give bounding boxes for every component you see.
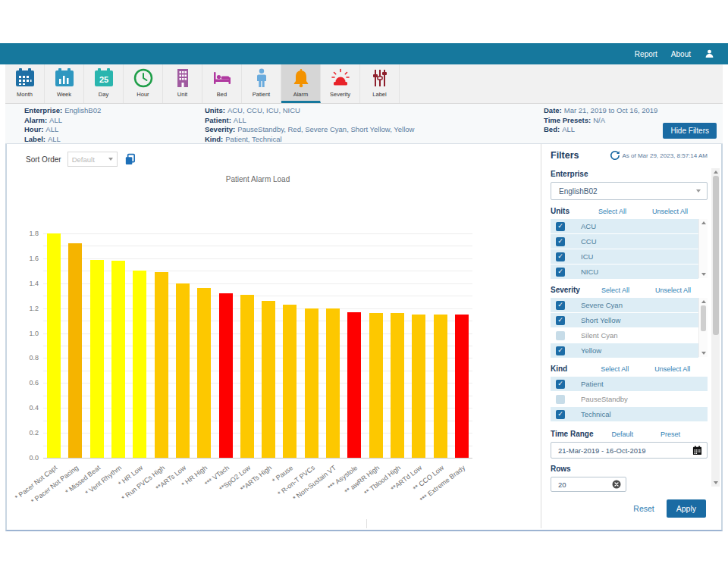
time-range-value: 21-Mar-2019 - 16-Oct-2019	[558, 446, 692, 455]
bar-pacer-not-capt[interactable]	[47, 233, 61, 458]
checkbox-row-technical[interactable]: Technical	[551, 407, 708, 421]
gridline	[43, 346, 472, 346]
checkbox-row-icu[interactable]: ICU	[551, 249, 698, 264]
checkbox-checked-icon[interactable]	[556, 316, 565, 325]
tab-patient[interactable]: Patient	[242, 64, 281, 103]
tab-label[interactable]: Label	[360, 64, 400, 103]
checkbox-unchecked-icon[interactable]	[556, 395, 565, 404]
bar-artd-low[interactable]	[412, 315, 425, 458]
units-select-all-link[interactable]: Select All	[598, 208, 626, 215]
scrollbar-thumb[interactable]	[701, 305, 706, 331]
checkbox-checked-icon[interactable]	[556, 410, 565, 419]
checkbox-row-yellow[interactable]: Yellow	[551, 343, 698, 358]
calendar-icon[interactable]	[692, 446, 702, 455]
reset-button[interactable]: Reset	[633, 504, 654, 513]
units-unselect-all-link[interactable]: Unselect All	[652, 208, 688, 215]
kind-select-all-link[interactable]: Select All	[601, 365, 629, 373]
report-link[interactable]: Report	[635, 50, 657, 58]
checkbox-row-silent-cyan[interactable]: Silent Cyan	[551, 328, 698, 343]
scroll-up-arrow-icon[interactable]	[714, 171, 718, 174]
checkbox-checked-icon[interactable]	[556, 268, 565, 277]
summary-field-value: Patient, Technical	[225, 135, 281, 143]
bar-pacer-not-pacing[interactable]	[68, 243, 82, 458]
about-link[interactable]: About	[671, 50, 691, 58]
tab-unit-label: Unit	[177, 91, 187, 98]
kind-unselect-all-link[interactable]: Unselect All	[654, 365, 690, 373]
checkbox-checked-icon[interactable]	[556, 380, 565, 389]
tab-hour-label: Hour	[136, 91, 149, 98]
bar-arts-low[interactable]	[176, 283, 190, 458]
checkbox-row-severe-cyan[interactable]: Severe Cyan	[551, 298, 698, 312]
y-axis-tick-label: 1.4	[10, 280, 39, 287]
list-scrollbar[interactable]	[698, 219, 708, 278]
scrollbar-thumb[interactable]	[713, 176, 719, 335]
checkbox-unchecked-icon[interactable]	[556, 331, 565, 340]
sort-order-select[interactable]: Default	[67, 152, 118, 167]
checkbox-row-pausestandby[interactable]: PauseStandby	[551, 392, 708, 406]
bar-asystole[interactable]	[347, 312, 361, 458]
hide-filters-button[interactable]: Hide Filters	[663, 123, 717, 139]
clear-icon[interactable]	[612, 480, 621, 489]
checkbox-row-ccu[interactable]: CCU	[551, 234, 698, 249]
panel-scrollbar[interactable]	[711, 168, 720, 487]
tab-hour[interactable]: Hour	[124, 64, 163, 103]
filter-summary-row: Severity:PauseStandby, Red, Severe Cyan,…	[205, 125, 414, 135]
bar-run-pvcs-high[interactable]	[155, 272, 168, 458]
scroll-down-arrow-icon[interactable]	[701, 273, 706, 276]
filter-summary-col-2: Units:ACU, CCU, ICU, NICUPatient:ALLSeve…	[205, 106, 414, 144]
copy-icon[interactable]	[124, 152, 136, 166]
checkbox-row-nicu[interactable]: NICU	[551, 265, 698, 279]
apply-button[interactable]: Apply	[667, 499, 706, 518]
severity-list: Severe CyanShort YellowSilent CyanYellow	[551, 298, 708, 358]
bar-spo2-low[interactable]	[240, 295, 254, 458]
bar-arts-high[interactable]	[262, 301, 275, 458]
summary-field-label: Enterprise:	[24, 106, 62, 114]
tab-unit[interactable]: Unit	[163, 64, 202, 103]
rows-label: Rows	[551, 465, 571, 473]
checkbox-row-short-yellow[interactable]: Short Yellow	[551, 313, 698, 327]
tab-bed[interactable]: Bed	[202, 64, 242, 103]
tab-month[interactable]: Month	[5, 64, 45, 103]
checkbox-checked-icon[interactable]	[556, 222, 565, 231]
checkbox-checked-icon[interactable]	[556, 237, 565, 246]
bar-non-sustain-vt[interactable]	[326, 308, 340, 458]
month-calendar-icon	[14, 67, 36, 89]
bar-vent-rhythm[interactable]	[111, 261, 125, 458]
scroll-down-arrow-icon[interactable]	[701, 352, 706, 355]
checkbox-row-patient[interactable]: Patient	[551, 377, 708, 391]
bar-extreme-brady[interactable]	[455, 315, 469, 458]
tab-severity[interactable]: Severity	[321, 64, 360, 103]
time-range-default-link[interactable]: Default	[612, 430, 634, 438]
severity-select-all-link[interactable]: Select All	[601, 286, 629, 294]
rows-input[interactable]: 20	[551, 477, 626, 492]
tab-week[interactable]: Week	[45, 64, 84, 103]
checkbox-checked-icon[interactable]	[556, 301, 565, 310]
checkbox-checked-icon[interactable]	[556, 346, 565, 355]
bar-cco-low[interactable]	[434, 315, 447, 458]
y-axis-tick-label: 0.0	[10, 454, 39, 462]
chart-region: Sort Order Default Patient Alarm Load 0.…	[7, 144, 541, 528]
bar-r-on-t-pvcs[interactable]	[305, 308, 318, 458]
refresh-icon[interactable]	[610, 150, 620, 161]
bar-tblood-high[interactable]	[391, 313, 404, 458]
bar-awrr-high[interactable]	[369, 313, 383, 458]
scroll-up-arrow-icon[interactable]	[701, 300, 706, 303]
list-scrollbar[interactable]	[698, 298, 708, 357]
time-range-preset-link[interactable]: Preset	[661, 430, 680, 438]
severity-unselect-all-link[interactable]: Unselect All	[655, 286, 691, 294]
checkbox-row-acu[interactable]: ACU	[551, 219, 698, 233]
bar-hr-low[interactable]	[133, 271, 146, 458]
tab-day[interactable]: 25 Day	[84, 64, 124, 103]
bar-hr-high[interactable]	[197, 288, 211, 458]
x-axis-line	[43, 458, 472, 459]
scroll-up-arrow-icon[interactable]	[701, 221, 706, 224]
bar-pause[interactable]	[283, 305, 297, 458]
bar-missed-beat[interactable]	[90, 260, 104, 458]
enterprise-select[interactable]: EnglishB02	[551, 182, 708, 200]
tab-alarm[interactable]: Alarm	[281, 64, 321, 103]
checkbox-checked-icon[interactable]	[556, 252, 565, 261]
scroll-down-arrow-icon[interactable]	[714, 481, 718, 484]
user-icon[interactable]	[704, 49, 714, 59]
time-range-input[interactable]: 21-Mar-2019 - 16-Oct-2019	[551, 442, 708, 459]
bar-vtach[interactable]	[219, 293, 233, 458]
